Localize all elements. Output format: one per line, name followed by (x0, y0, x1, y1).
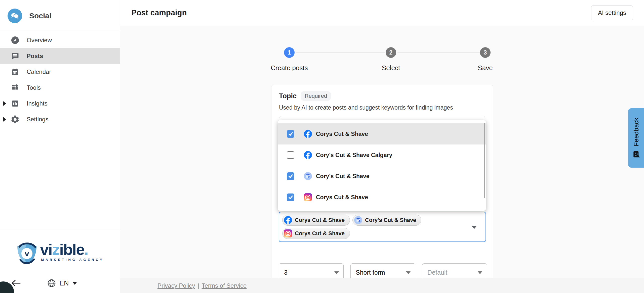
dropdown-option-instagram[interactable]: Corys Cut & Shave (278, 187, 486, 208)
dropdown-scrollbar[interactable] (484, 123, 485, 198)
language-label: EN (59, 279, 69, 287)
step-circle-1: 1 (284, 47, 295, 58)
sidebar-item-label: Insights (27, 100, 48, 107)
terms-of-service-link[interactable]: Terms of Service (202, 282, 247, 289)
gear-icon (10, 115, 20, 124)
sidebar-logo-row: Social (0, 0, 120, 32)
select-value: Default (427, 269, 447, 276)
dropdown-option-facebook-calgary[interactable]: Cory's Cut & Shave Calgary (278, 144, 486, 166)
account-dropdown: Corys Cut & Shave Cory's Cut & Shave Cal… (278, 120, 486, 211)
chip-label: Corys Cut & Shave (295, 217, 345, 223)
expand-caret-icon[interactable] (3, 101, 6, 106)
brand-tagline: MARKETING AGENCY (41, 258, 104, 262)
checkbox-unchecked-icon[interactable] (287, 151, 294, 159)
calendar-icon (11, 67, 20, 76)
dropdown-option-label: Corys Cut & Shave (316, 194, 368, 201)
chip-label: Corys Cut & Shave (295, 230, 345, 237)
page-title: Post campaign (131, 8, 187, 17)
facebook-icon (304, 130, 312, 138)
facebook-icon (304, 151, 312, 159)
step-circle-3: 3 (480, 47, 491, 58)
step-label-select: Select (382, 64, 400, 72)
instagram-icon (284, 229, 292, 237)
step-circle-2: 2 (386, 47, 396, 58)
brand-name: vizible. (40, 242, 104, 257)
social-app-logo-icon (8, 9, 22, 23)
sidebar-item-settings[interactable]: Settings (0, 111, 120, 127)
globe-icon (47, 279, 56, 287)
facebook-icon (284, 216, 292, 224)
chip-label: Cory's Cut & Shave (365, 217, 416, 223)
sidebar-item-label: Calendar (27, 68, 51, 75)
account-chip-instagram[interactable]: Corys Cut & Shave (282, 228, 350, 239)
footer-separator: | (197, 282, 199, 289)
compass-icon (11, 36, 20, 45)
chevron-down-icon (406, 271, 411, 274)
expand-caret-icon[interactable] (3, 117, 6, 122)
sidebar-nav: Overview Posts Calendar (0, 32, 120, 127)
step-label-save: Save (478, 64, 493, 72)
chevron-down-icon[interactable] (471, 226, 477, 229)
chevron-down-icon (334, 271, 339, 274)
sidebar-item-tools[interactable]: Tools (0, 80, 120, 95)
ai-settings-button[interactable]: AI settings (591, 5, 633, 20)
sidebar-item-label: Tools (27, 84, 41, 91)
feedback-tab[interactable]: Feedback (628, 108, 644, 168)
accounts-multiselect[interactable]: Corys Cut & Shave Cory's Cut & Shave Cor… (279, 212, 486, 242)
required-badge: Required (301, 91, 331, 101)
dropdown-option-label: Cory's Cut & Shave Calgary (316, 152, 392, 159)
stepper-line (296, 52, 385, 53)
google-business-icon (304, 172, 312, 180)
dropdown-option-facebook-corys[interactable]: Corys Cut & Shave (278, 123, 486, 144)
topic-card-title: Topic (279, 92, 297, 100)
dropdown-option-google-business[interactable]: Cory's Cut & Shave (278, 166, 486, 187)
checkbox-checked-icon[interactable] (287, 130, 294, 138)
sidebar: Social Overview Posts (0, 0, 120, 293)
posts-icon (11, 52, 20, 61)
main-header: Post campaign AI settings (120, 0, 644, 26)
sidebar-item-label: Posts (27, 53, 43, 60)
feedback-label: Feedback (632, 118, 640, 146)
account-chip-facebook[interactable]: Corys Cut & Shave (282, 215, 350, 226)
sidebar-item-posts[interactable]: Posts (0, 48, 120, 64)
insights-icon (11, 99, 20, 108)
chevron-down-icon (478, 271, 482, 274)
app-title: Social (29, 12, 51, 20)
step-label-create-posts: Create posts (271, 64, 308, 72)
svg-text:v: v (25, 249, 29, 258)
sidebar-item-label: Overview (27, 37, 52, 44)
google-business-icon (354, 216, 362, 224)
sidebar-item-calendar[interactable]: Calendar (0, 64, 120, 80)
sidebar-item-overview[interactable]: Overview (0, 32, 120, 48)
footer-links: Privacy Policy|Terms of Service (157, 282, 247, 289)
dropdown-option-label: Corys Cut & Shave (316, 131, 368, 137)
select-value: Short form (356, 269, 385, 276)
instagram-icon (304, 193, 312, 201)
dropdown-option-label: Cory's Cut & Shave (316, 173, 370, 180)
sidebar-bottom-bar: EN (0, 277, 120, 289)
vizible-logo: v vizible. MARKETING AGENCY (0, 242, 120, 265)
checkbox-checked-icon[interactable] (287, 172, 294, 180)
vizible-shield-icon: v (16, 242, 38, 265)
select-value: 3 (284, 269, 288, 276)
language-selector[interactable]: EN (47, 279, 77, 287)
main-footer: Privacy Policy|Terms of Service (120, 278, 644, 293)
feedback-smiley-icon (632, 151, 640, 158)
privacy-policy-link[interactable]: Privacy Policy (157, 282, 195, 289)
sidebar-item-insights[interactable]: Insights (0, 95, 120, 111)
back-arrow-icon (11, 279, 21, 287)
checkbox-checked-icon[interactable] (287, 193, 294, 201)
stepper-line (397, 52, 480, 53)
sidebar-item-label: Settings (27, 116, 49, 123)
account-chip-google-business[interactable]: Cory's Cut & Shave (352, 215, 421, 226)
chevron-down-icon (72, 282, 77, 285)
tools-icon (11, 83, 20, 92)
topic-description: Used by AI to create posts and suggest k… (279, 104, 485, 111)
sidebar-footer: v vizible. MARKETING AGENCY EN (0, 231, 120, 293)
